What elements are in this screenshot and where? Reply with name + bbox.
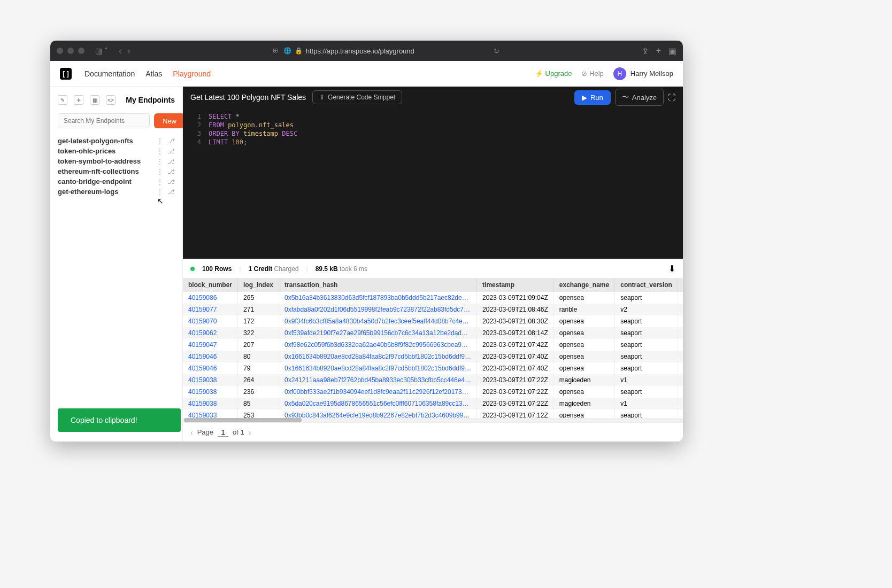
app-logo[interactable]: [ ] bbox=[60, 68, 72, 80]
expand-icon[interactable]: ⛶ bbox=[668, 93, 675, 102]
endpoint-item[interactable]: token-ohlc-prices⋮⎇ bbox=[58, 146, 175, 156]
table-row: 40159086 265 0x5b16a34b3613830d63d5fcf18… bbox=[183, 292, 683, 304]
code-editor[interactable]: 1SELECT *2FROM polygon.nft_sales3ORDER B… bbox=[183, 108, 683, 259]
nav-playground[interactable]: Playground bbox=[173, 69, 211, 78]
ag-cell bbox=[678, 374, 683, 386]
app-header: [ ] Documentation Atlas Playground ⚡Upgr… bbox=[50, 61, 683, 87]
timestamp-cell: 2023-03-09T21:07:40Z bbox=[477, 362, 554, 374]
tx-hash-cell[interactable]: 0xf98e62c059f6b3d6332ea62ae40b6b8f9f82c9… bbox=[279, 339, 477, 351]
tx-hash-cell[interactable]: 0x9f34fc6b3cf85a8a4830b4a50d7b2fec3ceef5… bbox=[279, 315, 477, 327]
branch-icon[interactable]: ⎇ bbox=[167, 158, 175, 165]
run-button[interactable]: ▶Run bbox=[574, 90, 611, 105]
endpoint-item[interactable]: canto-bridge-endpoint⋮⎇ bbox=[58, 176, 175, 187]
more-icon[interactable]: ⋮ bbox=[157, 188, 163, 196]
column-header[interactable]: exchange_name bbox=[553, 278, 614, 292]
code-icon[interactable]: <> bbox=[106, 95, 116, 105]
user-menu[interactable]: H Harry Mellsop bbox=[613, 67, 673, 80]
contract-version-cell: seaport bbox=[615, 327, 678, 339]
nav-atlas[interactable]: Atlas bbox=[145, 69, 162, 78]
horizontal-scrollbar[interactable] bbox=[183, 418, 683, 422]
tx-hash-cell[interactable]: 0x1661634b8920ae8cd28a84faa8c2f97cd5bbf1… bbox=[279, 351, 477, 362]
branch-icon[interactable]: ⎇ bbox=[167, 168, 175, 175]
column-header[interactable]: transaction_hash bbox=[279, 278, 477, 292]
ag-cell bbox=[678, 315, 683, 327]
generate-snippet-button[interactable]: ⇪Generate Code Snippet bbox=[312, 90, 402, 104]
new-tab-icon[interactable]: + bbox=[656, 46, 661, 56]
timestamp-cell: 2023-03-09T21:08:46Z bbox=[477, 304, 554, 315]
block-number-cell[interactable]: 40159033 bbox=[183, 409, 238, 418]
block-number-cell[interactable]: 40159046 bbox=[183, 351, 238, 362]
new-button[interactable]: New bbox=[154, 113, 185, 128]
more-icon[interactable]: ⋮ bbox=[157, 137, 163, 145]
page-input[interactable] bbox=[218, 428, 228, 437]
maximize-window-icon[interactable] bbox=[78, 48, 84, 54]
block-number-cell[interactable]: 40159046 bbox=[183, 362, 238, 374]
endpoint-item[interactable]: get-ethereum-logs⋮⎇ bbox=[58, 187, 175, 197]
results-table: block_numberlog_indextransaction_hashtim… bbox=[183, 278, 683, 418]
more-icon[interactable]: ⋮ bbox=[157, 178, 163, 185]
grid-icon[interactable]: ▦ bbox=[90, 95, 99, 105]
reload-icon[interactable]: ↻ bbox=[494, 47, 499, 55]
upgrade-link[interactable]: ⚡Upgrade bbox=[535, 69, 572, 78]
block-number-cell[interactable]: 40159086 bbox=[183, 292, 238, 304]
timestamp-cell: 2023-03-09T21:08:14Z bbox=[477, 327, 554, 339]
close-window-icon[interactable] bbox=[57, 48, 63, 54]
block-number-cell[interactable]: 40159038 bbox=[183, 374, 238, 386]
browser-title-bar: ▥ ˅ ‹ › ⛨ 🌐 🔒 https://app.transpose.io/p… bbox=[50, 41, 683, 61]
help-link[interactable]: ⊘ Help bbox=[581, 69, 603, 78]
ag-cell bbox=[678, 292, 683, 304]
tx-hash-cell[interactable]: 0x93bb0c843af6264e9cfe19ed8b92267e82ebf7… bbox=[279, 409, 477, 418]
block-number-cell[interactable]: 40159070 bbox=[183, 315, 238, 327]
download-icon[interactable]: ⬇ bbox=[668, 264, 675, 274]
endpoint-item[interactable]: token-symbol-to-address⋮⎇ bbox=[58, 156, 175, 166]
more-icon[interactable]: ⋮ bbox=[157, 158, 163, 165]
more-icon[interactable]: ⋮ bbox=[157, 148, 163, 155]
endpoint-item[interactable]: ethereum-nft-collections⋮⎇ bbox=[58, 166, 175, 176]
rocket-icon[interactable]: ✈ bbox=[74, 95, 83, 105]
table-row: 40159038 236 0xf00bbf533ae2f1b934094eef1… bbox=[183, 386, 683, 398]
branch-icon[interactable]: ⎇ bbox=[167, 148, 175, 155]
tabs-icon[interactable]: ▣ bbox=[668, 46, 676, 56]
tx-hash-cell[interactable]: 0x1661634b8920ae8cd28a84faa8c2f97cd5bbf1… bbox=[279, 362, 477, 374]
edit-icon[interactable]: ✎ bbox=[58, 95, 67, 105]
tx-hash-cell[interactable]: 0xf539afde2190f7e27ae29f65b99156cb7c6c34… bbox=[279, 327, 477, 339]
sidebar-toggle-icon[interactable]: ▥ ˅ bbox=[95, 47, 108, 55]
endpoint-item[interactable]: get-latest-polygon-nfts⋮⎇ bbox=[58, 136, 175, 146]
url-bar[interactable]: 🌐 🔒 https://app.transpose.io/playground bbox=[283, 47, 414, 55]
block-number-cell[interactable]: 40159077 bbox=[183, 304, 238, 315]
next-page-icon[interactable]: › bbox=[249, 428, 251, 437]
tx-hash-cell[interactable]: 0x241211aaa98eb7f2762bbd45ba8933ec305b33… bbox=[279, 374, 477, 386]
more-icon[interactable]: ⋮ bbox=[157, 168, 163, 175]
exchange-cell: magiceden bbox=[553, 398, 614, 409]
table-row: 40159070 172 0x9f34fc6b3cf85a8a4830b4a50… bbox=[183, 315, 683, 327]
branch-icon[interactable]: ⎇ bbox=[167, 188, 175, 196]
results-table-wrap[interactable]: block_numberlog_indextransaction_hashtim… bbox=[183, 278, 683, 418]
block-number-cell[interactable]: 40159047 bbox=[183, 339, 238, 351]
block-number-cell[interactable]: 40159038 bbox=[183, 398, 238, 409]
minimize-window-icon[interactable] bbox=[67, 48, 74, 54]
prev-page-icon[interactable]: ‹ bbox=[190, 428, 193, 437]
search-input[interactable] bbox=[58, 113, 150, 128]
branch-icon[interactable]: ⎇ bbox=[167, 137, 175, 145]
back-button-icon[interactable]: ‹ bbox=[119, 45, 122, 57]
analyze-button[interactable]: 〜Analyze bbox=[615, 89, 664, 106]
timestamp-cell: 2023-03-09T21:07:22Z bbox=[477, 374, 554, 386]
upload-icon: ⇪ bbox=[319, 94, 325, 101]
share-icon[interactable]: ⇪ bbox=[642, 46, 649, 56]
column-header[interactable]: log_index bbox=[238, 278, 279, 292]
exchange-cell: opensea bbox=[553, 409, 614, 418]
tx-hash-cell[interactable]: 0x5b16a34b3613830d63d5fcf187893ba0b5ddd5… bbox=[279, 292, 477, 304]
tx-hash-cell[interactable]: 0x5da020cae9195d8678656551c56efc0fff6071… bbox=[279, 398, 477, 409]
column-header[interactable]: contract_version bbox=[615, 278, 678, 292]
column-header[interactable]: block_number bbox=[183, 278, 238, 292]
tx-hash-cell[interactable]: 0xf00bbf533ae2f1b934094eef1d8fc9eaa2f11c… bbox=[279, 386, 477, 398]
column-header[interactable]: ag bbox=[678, 278, 683, 292]
column-header[interactable]: timestamp bbox=[477, 278, 554, 292]
block-number-cell[interactable]: 40159062 bbox=[183, 327, 238, 339]
block-number-cell[interactable]: 40159038 bbox=[183, 386, 238, 398]
nav-documentation[interactable]: Documentation bbox=[84, 69, 135, 78]
shield-icon[interactable]: ⛨ bbox=[273, 47, 279, 55]
table-row: 40159038 85 0x5da020cae9195d8678656551c5… bbox=[183, 398, 683, 409]
branch-icon[interactable]: ⎇ bbox=[167, 178, 175, 185]
tx-hash-cell[interactable]: 0xfabda8a0f202d1f06d5519998f2feab9c72387… bbox=[279, 304, 477, 315]
